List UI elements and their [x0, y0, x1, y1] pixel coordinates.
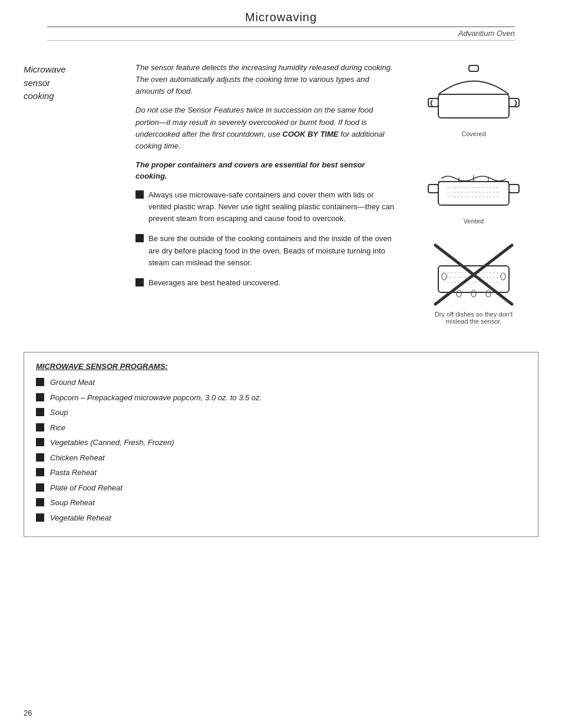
sensor-item-label-9: Soup Reheat [50, 497, 95, 509]
svg-rect-3 [509, 98, 519, 107]
sensor-item-2: Popcorn – Prepackaged microwave popcorn,… [36, 392, 526, 404]
dryoff-caption: Dry off dishes so they don't mislead the… [429, 311, 518, 325]
bullet-list: Always use microwave-safe containers and… [135, 189, 397, 289]
svg-rect-8 [428, 185, 438, 193]
sensor-bullet-1 [36, 378, 44, 386]
svg-point-18 [486, 290, 491, 297]
dryoff-svg [427, 236, 521, 307]
bullet-item-3: Beverages are best heated uncovered. [135, 277, 397, 289]
bullet-item-2: Be sure the outside of the cooking conta… [135, 233, 397, 268]
bullet-icon-1 [135, 190, 144, 199]
sensor-bullet-4 [36, 423, 44, 431]
covered-caption: Covered [461, 130, 486, 137]
sensor-bullet-9 [36, 498, 44, 506]
sensor-box-title: MICROWAVE SENSOR PROGRAMS: [36, 362, 526, 371]
svg-rect-13 [438, 266, 509, 292]
page: Microwaving Advantium Oven Microwave sen… [0, 0, 562, 728]
section-title: Microwave sensor cooking [24, 62, 135, 331]
sensor-item-label-2: Popcorn – Prepackaged microwave popcorn,… [50, 392, 262, 404]
intro-para-2: Do not use the Sensor Features twice in … [135, 104, 397, 152]
bullet-item-1: Always use microwave-safe containers and… [135, 189, 397, 225]
svg-point-15 [501, 273, 505, 280]
vented-svg [427, 149, 521, 214]
sensor-item-label-6: Chicken Reheat [50, 452, 105, 464]
bullet-text-3: Beverages are best heated uncovered. [148, 277, 280, 289]
page-number: 26 [24, 709, 32, 717]
svg-rect-2 [428, 98, 438, 107]
svg-point-14 [442, 273, 447, 280]
header: Microwaving Advantium Oven [0, 0, 562, 44]
bullet-icon-2 [135, 234, 144, 242]
svg-point-16 [457, 290, 461, 297]
sensor-item-6: Chicken Reheat [36, 452, 526, 464]
vented-illustration: Vented [427, 149, 521, 225]
middle-column: The sensor feature detects the increasin… [135, 62, 409, 331]
sensor-item-3: Soup [36, 407, 526, 419]
covered-svg [427, 62, 521, 127]
sensor-bullet-10 [36, 513, 44, 522]
sensor-item-4: Rice [36, 422, 526, 434]
page-title: Microwaving [24, 11, 538, 24]
header-rule [47, 27, 515, 27]
sensor-list: Ground Meat Popcorn – Prepackaged microw… [36, 377, 526, 523]
svg-rect-4 [438, 182, 509, 205]
sensor-item-5: Vegetables (Canned, Fresh, Frozen) [36, 437, 526, 449]
sensor-item-1: Ground Meat [36, 377, 526, 388]
bullet-text-2: Be sure the outside of the cooking conta… [148, 233, 397, 268]
sensor-item-label-1: Ground Meat [50, 377, 95, 388]
svg-rect-1 [469, 65, 478, 71]
sensor-item-label-5: Vegetables (Canned, Fresh, Frozen) [50, 437, 174, 449]
sensor-item-7: Pasta Reheat [36, 467, 526, 479]
dryoff-illustration: Dry off dishes so they don't mislead the… [427, 236, 521, 325]
sensor-bullet-8 [36, 483, 44, 492]
vented-caption: Vented [464, 218, 484, 225]
sensor-item-label-7: Pasta Reheat [50, 467, 97, 479]
bullet-text-1: Always use microwave-safe containers and… [148, 189, 397, 225]
sensor-item-label-10: Vegetable Reheat [50, 512, 111, 524]
sensor-item-10: Vegetable Reheat [36, 512, 526, 524]
svg-point-17 [471, 290, 476, 297]
right-column: Covered [409, 62, 538, 331]
covered-illustration: Covered [427, 62, 521, 137]
svg-rect-0 [438, 94, 509, 118]
main-content: Microwave sensor cooking The sensor feat… [0, 44, 562, 342]
sensor-bullet-2 [36, 393, 44, 401]
warning-text: The proper containers and covers are ess… [135, 159, 397, 182]
svg-rect-9 [509, 185, 519, 193]
sensor-bullet-3 [36, 408, 44, 416]
bullet-icon-3 [135, 278, 144, 286]
sensor-bullet-5 [36, 438, 44, 446]
header-subtitle: Advantium Oven [24, 29, 538, 38]
sensor-bullet-7 [36, 468, 44, 476]
sensor-item-8: Plate of Food Reheat [36, 482, 526, 494]
sensor-item-label-8: Plate of Food Reheat [50, 482, 123, 494]
sensor-bullet-6 [36, 453, 44, 462]
sensor-item-label-4: Rice [50, 422, 65, 434]
intro-para-1: The sensor feature detects the increasin… [135, 62, 397, 97]
sensor-item-9: Soup Reheat [36, 497, 526, 509]
sensor-programs-box: MICROWAVE SENSOR PROGRAMS: Ground Meat P… [24, 352, 538, 537]
sub-rule [47, 40, 515, 41]
sensor-item-label-3: Soup [50, 407, 68, 419]
